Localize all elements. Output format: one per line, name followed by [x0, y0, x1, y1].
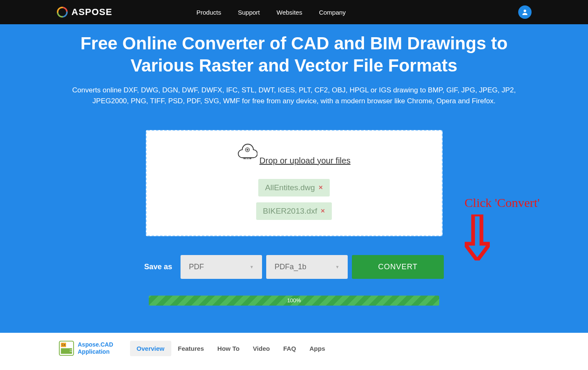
- svg-point-0: [524, 10, 526, 12]
- format-dropdown[interactable]: PDF ▼: [181, 255, 262, 279]
- nav-websites[interactable]: Websites: [277, 9, 302, 16]
- subformat-value: PDFa_1b: [275, 263, 306, 271]
- annotation-text: Click 'Convert': [465, 196, 540, 210]
- controls-row: Save as PDF ▼ PDFa_1b ▼ CONVERT: [54, 255, 534, 279]
- tab-faq[interactable]: FAQ: [277, 341, 303, 356]
- tab-video[interactable]: Video: [246, 341, 277, 356]
- convert-button[interactable]: CONVERT: [352, 255, 444, 279]
- remove-file-icon[interactable]: ✕: [321, 208, 325, 214]
- tab-apps[interactable]: Apps: [303, 341, 332, 356]
- uploaded-file-chip: BIKER2013.dxf ✕: [256, 202, 332, 220]
- tabs: Overview Features How To Video FAQ Apps: [130, 341, 332, 356]
- svg-rect-5: [61, 348, 72, 354]
- progress-text: 100%: [287, 297, 301, 304]
- uploaded-file-chip: AllEntites.dwg ✕: [258, 179, 329, 196]
- user-icon: [522, 9, 528, 15]
- format-value: PDF: [189, 263, 204, 271]
- nav-company[interactable]: Company: [319, 9, 346, 16]
- file-name: BIKER2013.dxf: [263, 207, 317, 216]
- footer-section: Ca Aspose.CAD Application Overview Featu…: [0, 333, 588, 364]
- nav-support[interactable]: Support: [238, 9, 260, 16]
- aspose-logo-icon: [56, 6, 68, 18]
- upload-label[interactable]: Drop or upload your files: [260, 156, 351, 166]
- annotation-arrow-icon: [465, 214, 490, 260]
- subformat-dropdown[interactable]: PDFa_1b ▼: [266, 255, 348, 279]
- tab-features[interactable]: Features: [171, 341, 211, 356]
- page-title: Free Online Converter of CAD and BIM Dra…: [54, 33, 534, 77]
- upload-dropzone[interactable]: Drop or upload your files AllEntites.dwg…: [146, 130, 443, 236]
- file-name: AllEntites.dwg: [265, 183, 315, 192]
- cad-app-icon: Ca: [59, 340, 74, 356]
- page-description: Converts online DXF, DWG, DGN, DWF, DWFX…: [64, 85, 524, 107]
- brand-logo[interactable]: ASPOSE: [56, 6, 112, 18]
- tab-overview[interactable]: Overview: [130, 341, 171, 356]
- nav-products[interactable]: Products: [196, 9, 221, 16]
- app-badge[interactable]: Ca Aspose.CAD Application: [59, 340, 113, 356]
- user-account-button[interactable]: [518, 5, 532, 19]
- chevron-down-icon: ▼: [335, 265, 339, 269]
- cloud-upload-icon: [237, 143, 257, 159]
- tab-howto[interactable]: How To: [211, 341, 246, 356]
- chevron-down-icon: ▼: [249, 265, 254, 269]
- header: ASPOSE Products Support Websites Company: [0, 0, 588, 24]
- brand-name: ASPOSE: [71, 7, 112, 18]
- save-as-label: Save as: [144, 263, 172, 271]
- app-badge-text: Aspose.CAD Application: [78, 341, 113, 355]
- remove-file-icon[interactable]: ✕: [318, 184, 323, 191]
- main-nav: Products Support Websites Company: [196, 9, 346, 16]
- hero-section: Free Online Converter of CAD and BIM Dra…: [0, 24, 588, 333]
- progress-bar: 100%: [149, 296, 439, 306]
- svg-text:Ca: Ca: [62, 343, 66, 346]
